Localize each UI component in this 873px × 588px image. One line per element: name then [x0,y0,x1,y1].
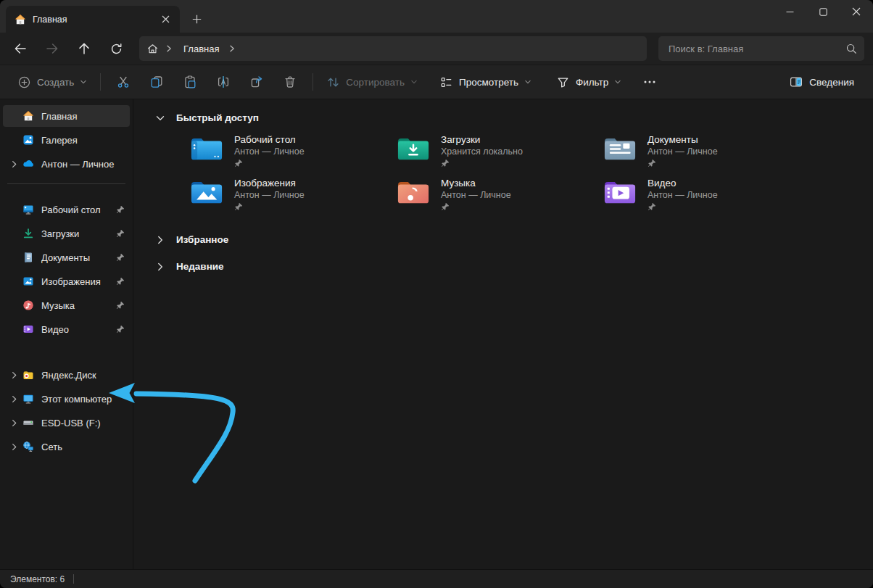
usb-drive-icon [22,417,35,428]
chevron-right-icon[interactable] [6,443,22,451]
sidebar-item-downloads[interactable]: Загрузки [3,223,130,244]
window-controls [773,0,873,23]
delete-icon[interactable] [273,69,307,95]
item-name: Изображения [234,177,305,189]
sidebar-item-label: ESD-USB (F:) [41,418,125,428]
quick-access-section-header[interactable]: Быстрый доступ [133,99,873,125]
sidebar-item-pictures[interactable]: Изображения [3,270,130,292]
back-icon[interactable] [6,36,35,61]
address-bar[interactable]: Главная [139,36,647,61]
new-button[interactable]: Создать [10,69,94,95]
item-name: Видео [647,177,718,189]
section-title: Избранное [176,234,228,245]
pin-icon [115,325,125,334]
pin-icon [647,202,656,211]
sidebar-item-documents[interactable]: Документы [3,247,130,268]
items-count: Элементов: 6 [10,574,65,584]
navigation-bar: Главная [0,33,873,65]
yandex-disk-icon [22,369,35,381]
quick-access-item-desktop[interactable]: Рабочий стол Антон — Личное [190,133,397,170]
home-tab-icon [15,14,26,25]
item-subtitle: Хранится локально [441,146,523,157]
favorites-section-header[interactable]: Избранное [133,221,873,247]
pin-icon [441,159,450,167]
item-subtitle: Антон — Личное [647,189,718,201]
sidebar-item-this-pc[interactable]: Этот компьютер [3,388,130,410]
view-button-label: Просмотреть [459,77,518,88]
quick-access-item-videos[interactable]: Видео Антон — Личное [603,177,810,214]
titlebar: Главная [0,0,873,33]
forward-icon[interactable] [38,36,67,61]
sort-button[interactable]: Сортировать [319,69,425,95]
home-icon [22,110,35,122]
tab-close-icon[interactable] [157,11,174,28]
recent-section-header[interactable]: Недавние [133,248,873,274]
sidebar-item-desktop[interactable]: Рабочий стол [3,199,130,220]
desktop-icon [22,204,35,215]
explorer-tab-home[interactable]: Главная [6,6,180,33]
chevron-down-icon[interactable] [155,113,165,123]
quick-access-item-documents[interactable]: Документы Антон — Личное [603,133,810,170]
chevron-down-icon [410,78,418,86]
pin-icon [115,253,125,262]
sidebar-item-videos[interactable]: Видео [3,318,130,340]
pictures-folder-icon [190,178,223,207]
copy-icon[interactable] [140,69,173,95]
pin-icon [115,301,125,310]
downloads-icon [22,228,35,239]
filter-icon [556,75,570,89]
documents-icon [22,252,35,263]
filter-button-label: Фильтр [576,77,608,88]
quick-access-item-downloads[interactable]: Загрузки Хранится локально [397,133,603,170]
sidebar-item-yandex-disk[interactable]: Яндекс.Диск [3,364,130,386]
item-subtitle: Антон — Личное [647,146,718,157]
close-icon[interactable] [840,0,873,23]
sidebar-item-gallery[interactable]: Галерея [3,129,130,151]
pin-icon [647,159,656,167]
toolbar-divider [100,73,101,91]
view-button[interactable]: Просмотреть [432,69,539,95]
details-pane-button[interactable]: Сведения [782,69,861,95]
pin-icon [115,277,125,286]
chevron-right-icon[interactable] [6,160,22,168]
minimize-icon[interactable] [773,0,806,23]
chevron-right-icon[interactable] [155,235,165,245]
quick-access-item-pictures[interactable]: Изображения Антон — Личное [190,177,397,214]
chevron-right-icon[interactable] [228,44,236,53]
quick-access-item-music[interactable]: Музыка Антон — Личное [397,177,603,214]
details-pane-icon [789,75,803,89]
chevron-right-icon [165,44,173,53]
video-folder-icon [603,178,637,207]
search-input[interactable] [669,44,845,54]
filter-button[interactable]: Фильтр [549,69,629,95]
sidebar-item-network[interactable]: Сеть [3,436,130,457]
sidebar-item-home[interactable]: Главная [3,105,130,127]
refresh-icon[interactable] [102,36,131,61]
share-icon[interactable] [240,69,273,95]
cut-icon[interactable] [107,69,140,95]
search-box[interactable] [658,36,864,61]
item-subtitle: Антон — Личное [234,146,305,157]
music-icon [22,299,35,311]
this-pc-icon [22,393,35,405]
chevron-right-icon[interactable] [6,395,22,403]
item-subtitle: Антон — Личное [441,189,511,201]
chevron-right-icon[interactable] [155,262,165,272]
paste-icon[interactable] [173,69,207,95]
item-name: Загрузки [441,133,523,146]
up-icon[interactable] [70,36,99,61]
rename-icon[interactable] [207,69,240,95]
search-icon[interactable] [845,43,857,54]
breadcrumb-segment[interactable]: Главная [179,42,223,56]
pin-icon [115,229,125,238]
new-tab-button[interactable] [186,8,207,30]
sidebar-item-music[interactable]: Музыка [3,294,130,316]
sidebar-item-onedrive[interactable]: Антон — Личное [3,153,130,175]
pictures-icon [22,276,35,287]
chevron-right-icon[interactable] [6,371,22,379]
breadcrumb-home-icon[interactable] [146,43,159,55]
sidebar-item-esd-usb[interactable]: ESD-USB (F:) [3,412,130,434]
maximize-icon[interactable] [806,0,840,23]
chevron-right-icon[interactable] [6,419,22,427]
more-options-icon[interactable] [633,69,666,95]
